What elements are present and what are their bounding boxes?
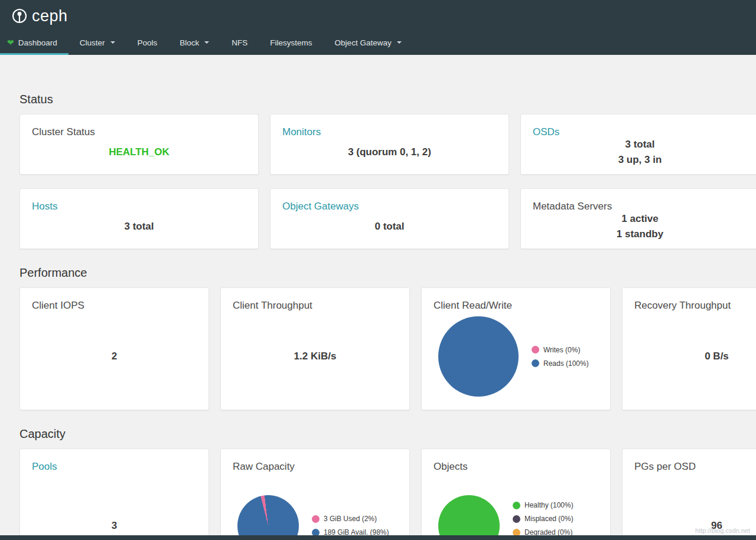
objects-legend: Healthy (100%) Misplaced (0%) Degraded (… [513,501,573,540]
nav-item-nfs[interactable]: NFS [220,32,259,55]
pools-value: 3 [112,520,117,532]
main-nav: ❤ Dashboard Cluster Pools Block NFS File… [0,32,756,55]
dashboard-heart-icon: ❤ [7,38,14,47]
nav-item-pools[interactable]: Pools [126,32,169,55]
chevron-down-icon [397,41,402,44]
nav-item-dashboard[interactable]: ❤ Dashboard [0,32,69,55]
legend-item-misplaced: Misplaced (0%) [513,515,573,523]
objects-card: Objects Healthy (100%) Misplaced (0%) De… [421,449,611,540]
chevron-down-icon [110,41,115,44]
legend-item-used: 3 GiB Used (2%) [312,515,389,523]
capacity-grid: Pools 3 Raw Capacity 3 GiB Used (2%) 189… [19,449,756,540]
raw-capacity-pie-chart [237,495,299,540]
monitors-card: Monitors 3 (quorum 0, 1, 2) [270,114,509,175]
mds-standby-value: 1 standby [617,228,663,240]
legend-item-healthy: Healthy (100%) [513,501,573,509]
client-read-write-card: Client Read/Write Writes (0%) Reads (100… [421,287,611,410]
used-dot-icon [312,515,320,523]
client-read-write-pie-chart [438,316,519,397]
nav-item-filesystems[interactable]: Filesystems [259,32,323,55]
hosts-card: Hosts 3 total [19,188,259,249]
nav-label: Object Gateway [335,38,392,47]
nav-label: Filesystems [270,38,312,47]
osds-link[interactable]: OSDs [533,126,747,138]
monitors-link[interactable]: Monitors [282,126,497,138]
hosts-link[interactable]: Hosts [32,201,246,212]
nav-label: Cluster [80,38,105,47]
raw-capacity-title: Raw Capacity [233,461,397,473]
cluster-health-value: HEALTH_OK [109,146,170,158]
object-gateways-value: 0 total [374,221,404,233]
chevron-down-icon [204,41,209,44]
objects-title: Objects [434,461,598,473]
status-grid: Cluster Status HEALTH_OK Monitors 3 (quo… [19,114,756,249]
performance-section-title: Performance [19,266,756,280]
dashboard-content: Status Cluster Status HEALTH_OK Monitors… [0,93,756,540]
raw-capacity-legend: 3 GiB Used (2%) 189 GiB Avail. (98%) [312,515,389,536]
ceph-logo-icon [12,8,27,24]
nav-label: Block [180,38,199,47]
client-throughput-title: Client Throughput [233,300,397,312]
nav-label: Pools [138,38,158,47]
objects-pie-chart [438,495,500,540]
cluster-status-title: Cluster Status [32,126,246,138]
pools-card: Pools 3 [19,449,209,540]
nav-item-cluster[interactable]: Cluster [69,32,126,55]
pools-link[interactable]: Pools [32,461,197,473]
object-gateways-card: Object Gateways 0 total [270,188,509,249]
recovery-throughput-card: Recovery Throughput 0 B/s [622,287,756,410]
watermark: http://blog.csdn.net [695,527,750,534]
client-throughput-value: 1.2 KiB/s [294,351,337,362]
osds-total-value: 3 total [625,139,654,150]
client-iops-title: Client IOPS [32,300,197,312]
footer-strip [0,535,756,540]
top-bar: ceph [0,0,756,32]
osds-card: OSDs 3 total 3 up, 3 in [520,114,756,175]
legend-item-reads: Reads (100%) [532,359,589,368]
nav-label: NFS [232,38,247,47]
client-throughput-card: Client Throughput 1.2 KiB/s [220,287,410,410]
capacity-section-title: Capacity [19,427,756,441]
misplaced-dot-icon [513,515,520,523]
client-read-write-title: Client Read/Write [434,300,598,312]
object-gateways-link[interactable]: Object Gateways [282,201,497,212]
mds-active-value: 1 active [621,213,658,225]
client-iops-value: 2 [112,351,117,362]
status-section-title: Status [19,93,756,106]
raw-capacity-card: Raw Capacity 3 GiB Used (2%) 189 GiB Ava… [220,449,410,540]
client-iops-card: Client IOPS 2 [19,287,209,410]
recovery-throughput-value: 0 B/s [705,351,729,362]
nav-item-block[interactable]: Block [168,32,220,55]
writes-dot-icon [532,346,539,354]
reads-dot-icon [532,359,539,367]
performance-grid: Client IOPS 2 Client Throughput 1.2 KiB/… [19,287,756,410]
recovery-throughput-title: Recovery Throughput [634,300,756,312]
healthy-dot-icon [513,502,520,509]
osds-up-in-value: 3 up, 3 in [618,154,662,166]
pgs-per-osd-title: PGs per OSD [634,461,756,473]
client-read-write-legend: Writes (0%) Reads (100%) [532,346,589,368]
brand-name: ceph [32,7,68,25]
metadata-servers-card: Metadata Servers 1 active 1 standby [520,188,756,249]
pgs-per-osd-card: PGs per OSD 96 [622,449,756,540]
monitors-value: 3 (quorum 0, 1, 2) [348,146,431,158]
ceph-brand[interactable]: ceph [12,7,68,25]
hosts-value: 3 total [124,221,154,233]
legend-item-writes: Writes (0%) [532,346,589,354]
nav-label: Dashboard [18,38,57,47]
metadata-servers-title: Metadata Servers [533,201,747,212]
cluster-status-card: Cluster Status HEALTH_OK [19,114,259,175]
nav-item-object-gateway[interactable]: Object Gateway [324,32,413,55]
